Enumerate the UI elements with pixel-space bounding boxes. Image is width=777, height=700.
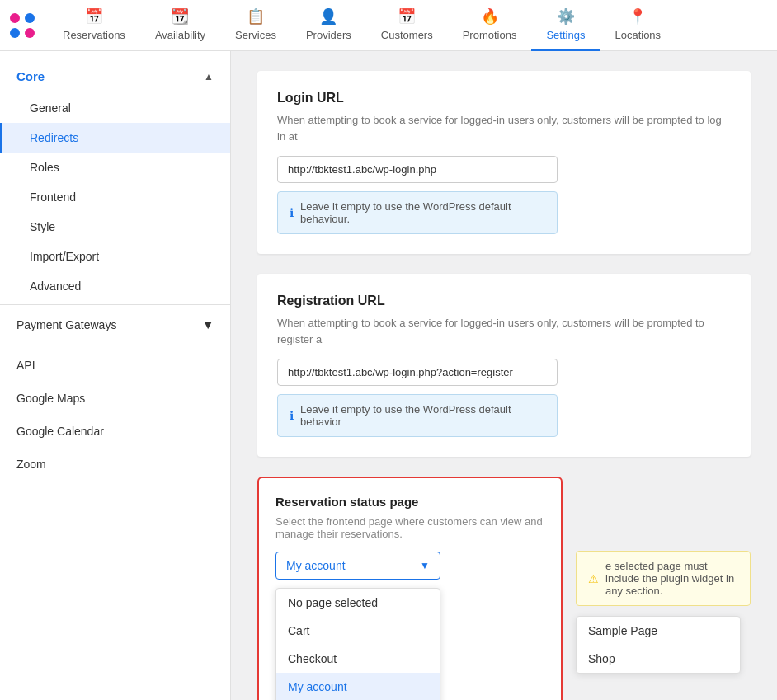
sidebar-item-roles[interactable]: Roles xyxy=(0,153,230,182)
logo-dot-pink2 xyxy=(25,28,35,38)
nav-label-customers: Customers xyxy=(381,29,433,41)
chevron-down-icon: ▼ xyxy=(202,318,214,331)
info-icon2: ℹ xyxy=(290,409,294,422)
nav-item-customers[interactable]: 📅 Customers xyxy=(366,0,448,51)
nav-item-locations[interactable]: 📍 Locations xyxy=(600,0,676,51)
nav-label-providers: Providers xyxy=(306,29,351,41)
dropdown-item-sample-page2[interactable]: Sample Page xyxy=(577,617,740,645)
select-chevron-icon: ▼ xyxy=(420,560,430,571)
logo-dot-blue2 xyxy=(10,28,20,38)
nav-items: 📅 Reservations 📆 Availability 📋 Services… xyxy=(48,0,676,51)
customers-icon: 📅 xyxy=(398,7,416,26)
registration-url-info-text: Leave it empty to use the WordPress defa… xyxy=(300,403,545,428)
reservation-status-title: Reservation status page xyxy=(275,495,544,509)
reservation-warning-box: ⚠ e selected page must include the plugi… xyxy=(576,551,751,606)
select-value: My account xyxy=(286,559,346,572)
sidebar-core-label: Core xyxy=(16,69,45,83)
dropdown-item-no-page[interactable]: No page selected xyxy=(276,589,440,617)
sidebar-item-redirects[interactable]: Redirects xyxy=(0,123,230,153)
login-url-info: ℹ Leave it empty to use the WordPress de… xyxy=(277,191,558,234)
sidebar-item-general[interactable]: General xyxy=(0,93,230,123)
services-icon: 📋 xyxy=(247,7,265,26)
reservations-icon: 📅 xyxy=(85,7,103,26)
sidebar-item-import-export[interactable]: Import/Export xyxy=(0,242,230,271)
reservation-status-description: Select the frontend page where customers… xyxy=(275,515,544,540)
nav-label-services: Services xyxy=(235,29,276,41)
dropdown-item-checkout[interactable]: Checkout xyxy=(276,645,440,673)
sidebar-item-api[interactable]: API xyxy=(0,349,230,382)
login-url-info-text: Leave it empty to use the WordPress defa… xyxy=(300,200,545,225)
sidebar-item-advanced[interactable]: Advanced xyxy=(0,271,230,301)
registration-url-input[interactable] xyxy=(277,359,558,386)
main-content: Login URL When attempting to book a serv… xyxy=(231,51,777,700)
nav-item-settings[interactable]: ⚙️ Settings xyxy=(531,0,600,51)
sidebar-item-frontend[interactable]: Frontend xyxy=(0,182,230,212)
availability-icon: 📆 xyxy=(171,7,189,26)
reservation-status-popup: Reservation status page Select the front… xyxy=(257,477,563,700)
sidebar-divider2 xyxy=(0,345,230,345)
providers-icon: 👤 xyxy=(319,7,337,26)
nav-item-services[interactable]: 📋 Services xyxy=(220,0,291,51)
nav-item-promotions[interactable]: 🔥 Promotions xyxy=(448,0,532,51)
info-icon: ℹ xyxy=(290,206,294,219)
dropdown-list: No page selected Cart Checkout My accoun… xyxy=(275,588,440,700)
app-logo xyxy=(8,12,31,40)
dropdown-item-cart[interactable]: Cart xyxy=(276,617,440,645)
dropdown-item-shop[interactable]: Shop xyxy=(577,645,740,673)
nav-item-availability[interactable]: 📆 Availability xyxy=(140,0,220,51)
sidebar-core-header[interactable]: Core ▲ xyxy=(0,59,230,93)
payment-gateways-label: Payment Gateways xyxy=(16,318,116,331)
nav-label-reservations: Reservations xyxy=(63,29,125,41)
nav-item-providers[interactable]: 👤 Providers xyxy=(291,0,366,51)
nav-label-locations: Locations xyxy=(615,29,661,41)
registration-url-title: Registration URL xyxy=(277,294,731,308)
warning-icon: ⚠ xyxy=(588,572,599,585)
nav-label-settings: Settings xyxy=(546,29,585,41)
chevron-up-icon: ▲ xyxy=(204,71,214,82)
nav-label-promotions: Promotions xyxy=(463,29,517,41)
reservation-warning-text: e selected page must include the plugin … xyxy=(605,560,738,597)
sidebar: Core ▲ General Redirects Roles Frontend … xyxy=(0,51,231,700)
dropdown-item-my-account[interactable]: My account xyxy=(276,673,440,700)
nav-item-reservations[interactable]: 📅 Reservations xyxy=(48,0,140,51)
reservation-status-select[interactable]: My account ▼ xyxy=(275,552,440,580)
promotions-icon: 🔥 xyxy=(481,7,499,26)
login-url-description: When attempting to book a service for lo… xyxy=(277,112,731,144)
logo-dot-blue xyxy=(25,13,35,23)
sidebar-divider xyxy=(0,304,230,305)
registration-url-info: ℹ Leave it empty to use the WordPress de… xyxy=(277,394,558,437)
top-navigation: 📅 Reservations 📆 Availability 📋 Services… xyxy=(0,0,777,51)
sidebar-item-google-maps[interactable]: Google Maps xyxy=(0,382,230,415)
sidebar-item-zoom[interactable]: Zoom xyxy=(0,448,230,481)
locations-icon: 📍 xyxy=(629,7,647,26)
main-layout: Core ▲ General Redirects Roles Frontend … xyxy=(0,51,777,700)
sidebar-item-style[interactable]: Style xyxy=(0,212,230,242)
sidebar-core-section: Core ▲ General Redirects Roles Frontend … xyxy=(0,59,230,301)
registration-url-card: Registration URL When attempting to book… xyxy=(257,274,751,457)
login-url-card: Login URL When attempting to book a serv… xyxy=(257,71,751,254)
sidebar-item-google-calendar[interactable]: Google Calendar xyxy=(0,415,230,448)
login-url-input[interactable] xyxy=(277,156,558,183)
login-url-title: Login URL xyxy=(277,91,731,106)
nav-label-availability: Availability xyxy=(155,29,205,41)
registration-url-description: When attempting to book a service for lo… xyxy=(277,315,731,347)
settings-icon: ⚙️ xyxy=(557,7,575,26)
sidebar-payment-gateways[interactable]: Payment Gateways ▼ xyxy=(0,308,230,341)
logo-dot-pink xyxy=(10,13,20,23)
